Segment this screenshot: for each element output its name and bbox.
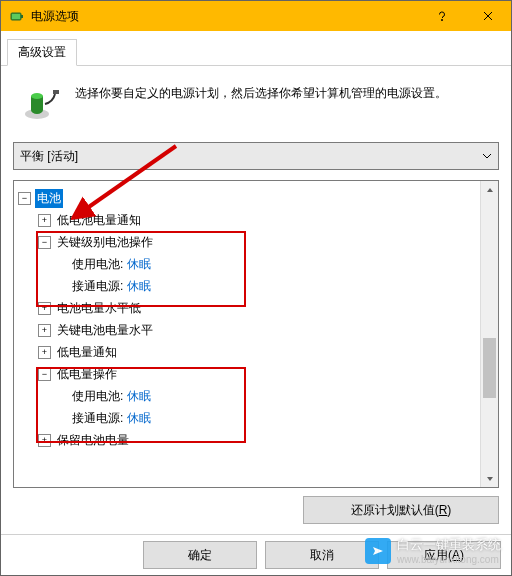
tree-node-low-action[interactable]: − 低电量操作 [18, 363, 476, 385]
power-options-window: 电源选项 高级设置 选择你要自定义的电源计划，然后选择你希望计算机管理的电源设置… [0, 0, 512, 576]
intro-row: 选择你要自定义的电源计划，然后选择你希望计算机管理的电源设置。 [13, 78, 499, 138]
expand-icon[interactable]: + [38, 214, 51, 227]
triangle-up-icon [486, 186, 494, 194]
tree-node-critical-level[interactable]: + 关键电池电量水平 [18, 319, 476, 341]
restore-defaults-button[interactable]: 还原计划默认值(R) [303, 496, 499, 524]
power-plan-value: 平衡 [活动] [20, 148, 482, 165]
dialog-footer: 确定 取消 应用(A) [1, 534, 511, 575]
apply-button[interactable]: 应用(A) [387, 541, 501, 569]
tree-node-low-plugged[interactable]: 接通电源: 休眠 [18, 407, 476, 429]
settings-tree[interactable]: − 电池 + 低电池电量通知 − 关键级别电池操作 使用电池: 休眠 [14, 181, 480, 487]
close-icon [483, 11, 493, 21]
battery-icon [9, 8, 25, 24]
tree-node-reserve[interactable]: + 保留电池电量 [18, 429, 476, 451]
svg-point-5 [31, 93, 43, 99]
value-low-on-battery[interactable]: 休眠 [127, 388, 151, 405]
tree-node-battery[interactable]: − 电池 [18, 187, 476, 209]
triangle-down-icon [486, 475, 494, 483]
content-area: 选择你要自定义的电源计划，然后选择你希望计算机管理的电源设置。 平衡 [活动] … [1, 66, 511, 534]
collapse-icon[interactable]: − [38, 368, 51, 381]
ok-button[interactable]: 确定 [143, 541, 257, 569]
restore-row: 还原计划默认值(R) [13, 488, 499, 526]
intro-text: 选择你要自定义的电源计划，然后选择你希望计算机管理的电源设置。 [75, 84, 447, 124]
tree-node-low-notify2[interactable]: + 低电量通知 [18, 341, 476, 363]
tabstrip: 高级设置 [1, 37, 511, 66]
collapse-icon[interactable]: − [18, 192, 31, 205]
tree-node-battery-low-level[interactable]: + 电池电量水平低 [18, 297, 476, 319]
close-button[interactable] [465, 1, 511, 31]
titlebar: 电源选项 [1, 1, 511, 31]
value-low-plugged[interactable]: 休眠 [127, 410, 151, 427]
expand-icon[interactable]: + [38, 302, 51, 315]
value-critical-on-battery[interactable]: 休眠 [127, 256, 151, 273]
tab-advanced-settings[interactable]: 高级设置 [7, 39, 77, 66]
scroll-up-button[interactable] [481, 181, 498, 198]
cancel-button[interactable]: 取消 [265, 541, 379, 569]
help-icon [437, 11, 447, 21]
expand-icon[interactable]: + [38, 324, 51, 337]
chevron-down-icon [482, 151, 492, 161]
tree-node-critical-on-battery[interactable]: 使用电池: 休眠 [18, 253, 476, 275]
tree-node-low-on-battery[interactable]: 使用电池: 休眠 [18, 385, 476, 407]
scroll-thumb[interactable] [483, 338, 496, 398]
tree-node-low-notify[interactable]: + 低电池电量通知 [18, 209, 476, 231]
vertical-scrollbar[interactable] [480, 181, 498, 487]
expand-icon[interactable]: + [38, 434, 51, 447]
tree-node-critical-plugged[interactable]: 接通电源: 休眠 [18, 275, 476, 297]
scroll-down-button[interactable] [481, 470, 498, 487]
tree-label-battery[interactable]: 电池 [35, 189, 63, 208]
svg-point-3 [441, 19, 442, 20]
power-plan-dropdown[interactable]: 平衡 [活动] [13, 142, 499, 170]
battery-large-icon [21, 84, 61, 124]
svg-rect-2 [12, 14, 20, 19]
expand-icon[interactable]: + [38, 346, 51, 359]
collapse-icon[interactable]: − [38, 236, 51, 249]
tree-node-critical-action[interactable]: − 关键级别电池操作 [18, 231, 476, 253]
window-title: 电源选项 [31, 8, 419, 25]
help-button[interactable] [419, 1, 465, 31]
svg-rect-1 [21, 15, 23, 18]
svg-rect-6 [53, 90, 59, 94]
settings-tree-container: − 电池 + 低电池电量通知 − 关键级别电池操作 使用电池: 休眠 [13, 180, 499, 488]
value-critical-plugged[interactable]: 休眠 [127, 278, 151, 295]
